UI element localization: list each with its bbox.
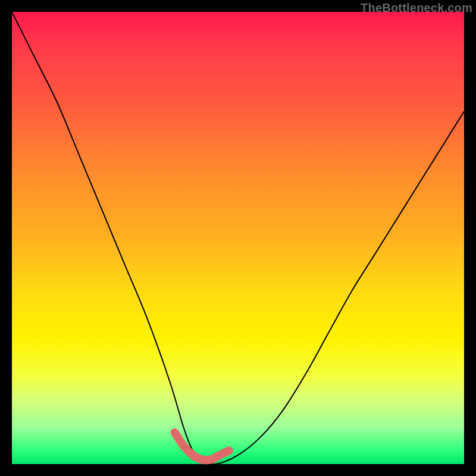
bottleneck-curve <box>12 12 464 464</box>
optimum-band <box>175 433 229 461</box>
watermark-text: TheBottleneck.com <box>361 1 472 15</box>
chart-frame: TheBottleneck.com <box>0 0 476 476</box>
curve-svg <box>12 12 464 464</box>
plot-area <box>12 12 464 464</box>
